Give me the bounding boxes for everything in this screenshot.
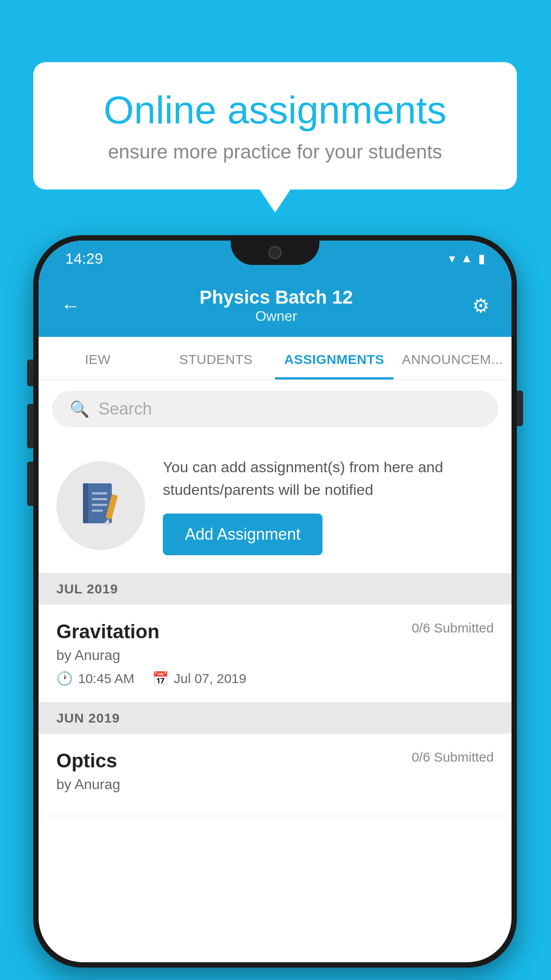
add-desc: You can add assignment(s) from here and …: [163, 456, 494, 501]
assignment-by: by Anurag: [56, 647, 494, 664]
search-bar[interactable]: 🔍 Search: [52, 391, 498, 427]
notebook-icon: [79, 481, 123, 530]
assignment-row1: Gravitation 0/6 Submitted: [56, 620, 494, 643]
clock-icon: 🕐: [56, 671, 73, 686]
header-subtitle: Owner: [80, 308, 472, 324]
assignment-icon-circle: [56, 461, 145, 550]
svg-rect-3: [92, 498, 107, 500]
phone-screen: 14:29 ▾ ▲ ▮ ← Physics Batch 12 Owner ⚙ I…: [39, 241, 512, 962]
svg-rect-5: [92, 510, 103, 512]
volume-down-button: [27, 404, 33, 448]
speech-bubble: Online assignments ensure more practice …: [33, 62, 517, 190]
header-title: Physics Batch 12: [80, 287, 472, 308]
meta-time: 🕐 10:45 AM: [56, 671, 134, 686]
calendar-icon: 📅: [152, 671, 169, 686]
assignment-item-gravitation[interactable]: Gravitation 0/6 Submitted by Anurag 🕐 10…: [39, 605, 512, 703]
meta-date: 📅 Jul 07, 2019: [152, 671, 246, 686]
add-assignment-card: You can add assignment(s) from here and …: [39, 438, 512, 573]
volume-up-button: [27, 360, 33, 386]
section-jun-2019: JUN 2019: [39, 703, 512, 734]
section-jul-2019: JUL 2019: [39, 573, 512, 605]
signal-icon: ▲: [460, 251, 473, 265]
tab-iew[interactable]: IEW: [39, 337, 157, 379]
phone-frame: 14:29 ▾ ▲ ▮ ← Physics Batch 12 Owner ⚙ I…: [33, 235, 517, 968]
svg-rect-4: [92, 504, 107, 506]
power-button: [517, 391, 523, 426]
optics-name: Optics: [56, 750, 117, 772]
add-assignment-button[interactable]: Add Assignment: [163, 514, 323, 555]
battery-icon: ▮: [478, 251, 485, 266]
assignment-meta: 🕐 10:45 AM 📅 Jul 07, 2019: [56, 671, 494, 686]
search-icon: 🔍: [70, 400, 90, 419]
status-bar: 14:29 ▾ ▲ ▮: [39, 241, 512, 276]
status-time: 14:29: [65, 250, 103, 267]
status-icons: ▾ ▲ ▮: [449, 251, 485, 266]
assignment-row1-optics: Optics 0/6 Submitted: [56, 750, 494, 772]
assignment-time: 10:45 AM: [78, 671, 134, 686]
svg-rect-2: [92, 492, 107, 494]
back-button[interactable]: ←: [61, 295, 80, 317]
notch: [231, 241, 319, 265]
optics-submitted: 0/6 Submitted: [412, 750, 494, 765]
app-header: ← Physics Batch 12 Owner ⚙: [39, 276, 512, 337]
wifi-icon: ▾: [449, 251, 455, 266]
tab-assignments[interactable]: ASSIGNMENTS: [275, 337, 394, 379]
search-placeholder: Search: [98, 399, 152, 419]
bubble-title: Online assignments: [69, 89, 481, 132]
content-area: 🔍 Search: [39, 380, 512, 816]
tabs-bar: IEW STUDENTS ASSIGNMENTS ANNOUNCEM...: [39, 337, 512, 380]
assignment-item-optics[interactable]: Optics 0/6 Submitted by Anurag: [39, 734, 512, 816]
assignment-submitted: 0/6 Submitted: [412, 620, 494, 636]
add-assignment-info: You can add assignment(s) from here and …: [163, 456, 494, 555]
svg-rect-1: [83, 483, 88, 523]
tab-students[interactable]: STUDENTS: [157, 337, 276, 379]
header-center: Physics Batch 12 Owner: [80, 287, 472, 324]
bubble-subtitle: ensure more practice for your students: [69, 141, 481, 163]
assignment-date: Jul 07, 2019: [174, 671, 246, 686]
assignment-name: Gravitation: [56, 620, 159, 643]
search-container: 🔍 Search: [39, 380, 512, 438]
tab-announcements[interactable]: ANNOUNCEM...: [394, 337, 512, 379]
front-camera: [268, 246, 282, 259]
silent-button: [27, 462, 33, 506]
speech-bubble-container: Online assignments ensure more practice …: [33, 62, 517, 190]
settings-icon[interactable]: ⚙: [472, 294, 489, 317]
optics-by: by Anurag: [56, 776, 494, 793]
